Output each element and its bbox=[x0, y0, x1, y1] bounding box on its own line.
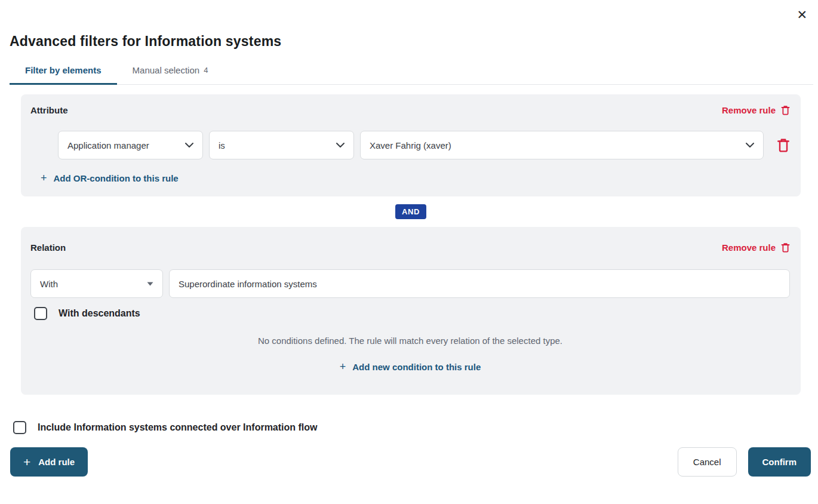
dialog-footer: + Add rule Cancel Confirm bbox=[10, 447, 811, 477]
trash-icon bbox=[777, 138, 790, 152]
relation-rule-card: Relation Remove rule With Superordi bbox=[21, 227, 801, 395]
plus-icon: + bbox=[340, 361, 346, 372]
add-new-condition-link[interactable]: + Add new condition to this rule bbox=[340, 361, 481, 372]
tab-label: Filter by elements bbox=[25, 65, 102, 75]
add-or-condition-link[interactable]: + Add OR-condition to this rule bbox=[41, 173, 179, 183]
close-icon: ✕ bbox=[797, 8, 807, 21]
value-select-value: Xaver Fahrig (xaver) bbox=[370, 140, 451, 150]
attribute-rule-header: Attribute Remove rule bbox=[30, 105, 790, 115]
cancel-button[interactable]: Cancel bbox=[678, 447, 737, 477]
operator-select[interactable]: is bbox=[209, 131, 354, 159]
page-title: Advanced filters for Information systems bbox=[10, 33, 808, 50]
close-button[interactable]: ✕ bbox=[794, 6, 810, 23]
include-option-row: Include Information systems connected ov… bbox=[13, 421, 818, 434]
operator-select-value: is bbox=[219, 140, 225, 150]
rule-type-label: Attribute bbox=[30, 105, 68, 115]
misspelled-word: xaver bbox=[426, 140, 448, 150]
tab-label: Manual selection bbox=[133, 65, 200, 75]
add-new-condition-label: Add new condition to this rule bbox=[352, 362, 481, 372]
add-or-condition-label: Add OR-condition to this rule bbox=[54, 173, 179, 183]
with-descendants-label: With descendants bbox=[59, 308, 140, 319]
caret-down-icon bbox=[147, 282, 153, 286]
include-information-flow-checkbox[interactable] bbox=[13, 421, 26, 434]
attribute-select-value: Application manager bbox=[67, 140, 149, 150]
remove-rule-button[interactable]: Remove rule bbox=[722, 242, 790, 253]
plus-icon: + bbox=[23, 456, 30, 468]
chevron-down-icon bbox=[336, 143, 345, 147]
remove-rule-button[interactable]: Remove rule bbox=[722, 105, 790, 115]
with-descendants-row: With descendants bbox=[34, 307, 790, 320]
value-select[interactable]: Xaver Fahrig (xaver) bbox=[360, 131, 764, 159]
confirm-button[interactable]: Confirm bbox=[748, 447, 811, 477]
and-operator-badge: AND bbox=[395, 204, 426, 219]
cancel-label: Cancel bbox=[693, 457, 721, 467]
tabbar: Filter by elements Manual selection 4 bbox=[10, 57, 813, 85]
include-information-flow-label: Include Information systems connected ov… bbox=[38, 422, 318, 433]
plus-icon: + bbox=[41, 173, 47, 183]
relation-type-field[interactable]: Superordinate information systems bbox=[169, 269, 790, 298]
confirm-label: Confirm bbox=[762, 457, 797, 467]
relation-type-value: Superordinate information systems bbox=[179, 279, 317, 289]
add-rule-label: Add rule bbox=[38, 457, 75, 467]
add-condition-wrap: + Add new condition to this rule bbox=[30, 361, 790, 372]
no-conditions-text: No conditions defined. The rule will mat… bbox=[30, 336, 790, 346]
attribute-rule-card: Attribute Remove rule Application manage… bbox=[21, 94, 801, 196]
remove-rule-label: Remove rule bbox=[722, 242, 776, 253]
relation-direction-value: With bbox=[40, 279, 58, 289]
relation-direction-select[interactable]: With bbox=[30, 269, 163, 298]
attribute-condition-row: Application manager is Xaver Fahrig (xav… bbox=[58, 131, 790, 159]
delete-condition-button[interactable] bbox=[777, 138, 790, 152]
rule-type-label: Relation bbox=[30, 242, 66, 253]
relation-condition-row: With Superordinate information systems bbox=[30, 269, 790, 298]
rule-operator-divider: AND bbox=[21, 204, 801, 219]
add-rule-button[interactable]: + Add rule bbox=[10, 447, 88, 477]
tab-filter-by-elements[interactable]: Filter by elements bbox=[10, 57, 117, 85]
tab-count-badge: 4 bbox=[204, 66, 208, 75]
trash-icon bbox=[781, 105, 790, 115]
with-descendants-checkbox[interactable] bbox=[34, 307, 47, 320]
tab-manual-selection[interactable]: Manual selection 4 bbox=[117, 57, 224, 85]
chevron-down-icon bbox=[185, 143, 193, 147]
remove-rule-label: Remove rule bbox=[722, 105, 776, 115]
trash-icon bbox=[781, 242, 790, 253]
relation-rule-header: Relation Remove rule bbox=[30, 242, 790, 253]
rules-list: Attribute Remove rule Application manage… bbox=[21, 94, 801, 395]
attribute-select[interactable]: Application manager bbox=[58, 131, 203, 159]
chevron-down-icon bbox=[746, 143, 754, 147]
